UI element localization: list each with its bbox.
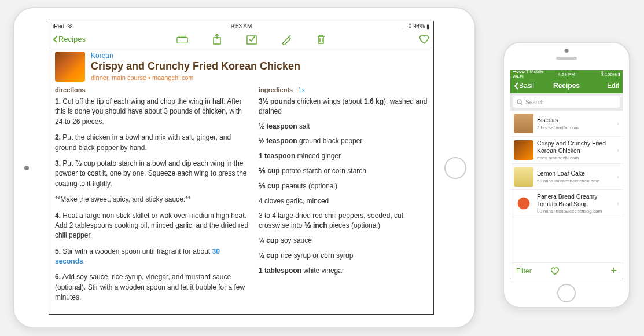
recipe-title: Crispy and Crunchy Fried Korean Chicken	[91, 60, 428, 72]
direction-step: 6. Add soy sauce, rice syrup, vinegar, a…	[55, 272, 249, 302]
recipe-name: Biscuits	[537, 116, 613, 124]
nav-title: Recipes	[549, 82, 584, 90]
recipe-header: Korean Crispy and Crunchy Fried Korean C…	[49, 48, 433, 86]
ingredients-label: ingredients	[259, 86, 293, 93]
ingredient-line: ½ cup rice syrup or corn syrup	[259, 251, 428, 261]
battery-label: 100%	[605, 72, 616, 77]
edit-button[interactable]: Edit	[584, 82, 619, 90]
ingredient-line: 3½ pounds chicken wings (about 1.6 kg), …	[259, 97, 428, 116]
add-button[interactable]: +	[583, 265, 617, 277]
ipad-device: iPad 9:53 AM ⚊ ⁑ 94% ▮ Recipes	[13, 7, 476, 328]
iphone-nav-bar: Basil Recipes Edit	[510, 78, 623, 93]
recipe-row[interactable]: Crispy and Crunchy Fried Korean Chickenn…	[510, 137, 623, 164]
share-icon[interactable]	[211, 34, 223, 45]
edit-icon[interactable]	[281, 34, 292, 45]
recipe-thumbnail	[514, 193, 533, 213]
ingredient-line: ¼ cup soy sauce	[259, 236, 428, 246]
direction-step: 1. Cut off the tip of each wing and chop…	[55, 97, 249, 127]
recipe-image	[55, 52, 85, 82]
ingredient-line: ½ teaspoon salt	[259, 122, 428, 132]
direction-step: 2. Put the chicken in a bowl and mix wit…	[55, 133, 249, 153]
svg-point-3	[517, 100, 521, 104]
recipe-subtitle: 30 mins thenovicechefblog.com	[537, 209, 613, 214]
search-icon	[517, 99, 523, 105]
bluetooth-icon: ⚊ ⁑	[402, 23, 412, 30]
recipe-body: directions 1. Cut off the tip of each wi…	[49, 86, 433, 309]
recipe-row[interactable]: Panera Bread Creamy Tomato Basil Soup30 …	[510, 190, 623, 217]
iphone-status-bar: ••ᴏᴏᴏ T-Mobile Wi-Fi 4:29 PM ⁑ 100% ▮	[510, 70, 623, 78]
ingredients-heading: ingredients 1x	[259, 86, 428, 93]
category-link[interactable]: Korean	[91, 52, 428, 60]
direction-step: 4. Heat a large non-stick skillet or wok…	[55, 211, 249, 241]
recipe-subtitle: none maangchi.com	[537, 155, 613, 160]
favorite-button[interactable]	[418, 34, 430, 45]
recipe-thumbnail	[514, 167, 533, 187]
iphone-speaker	[556, 57, 577, 60]
search-placeholder: Search	[525, 99, 544, 105]
ipad-status-bar: iPad 9:53 AM ⚊ ⁑ 94% ▮	[49, 21, 433, 31]
wifi-icon	[67, 23, 73, 29]
recipe-row[interactable]: Biscuits2 hrs saltandfat.com›	[510, 111, 623, 137]
directions-column: directions 1. Cut off the tip of each wi…	[55, 86, 249, 309]
chevron-right-icon: ›	[617, 147, 619, 154]
iphone-home-button[interactable]	[557, 284, 576, 302]
direction-step: 3. Put ⅔ cup potato starch in a bowl and…	[55, 159, 249, 189]
iphone-screen: ••ᴏᴏᴏ T-Mobile Wi-Fi 4:29 PM ⁑ 100% ▮ Ba…	[510, 70, 623, 279]
svg-rect-0	[177, 37, 187, 43]
cards-icon[interactable]	[176, 34, 188, 45]
ingredient-line: 4 cloves garlic, minced	[259, 196, 428, 206]
ipad-camera	[24, 166, 29, 170]
multiplier-button[interactable]: 1x	[298, 86, 305, 93]
chevron-right-icon: ›	[617, 200, 619, 207]
back-label: Recipes	[58, 35, 86, 43]
recipe-name: Crispy and Crunchy Fried Korean Chicken	[537, 140, 613, 154]
ingredients-column: ingredients 1x 3½ pounds chicken wings (…	[259, 86, 428, 309]
direction-step: 5. Stir with a wooden spoon until fragra…	[55, 247, 249, 267]
trash-icon[interactable]	[315, 34, 327, 45]
chevron-right-icon: ›	[617, 173, 619, 180]
status-time: 4:29 PM	[549, 72, 584, 77]
direction-step: **Make the sweet, spicy, and sticky sauc…	[55, 195, 249, 204]
recipe-name: Panera Bread Creamy Tomato Basil Soup	[537, 193, 613, 207]
recipe-subtitle: 2 hrs saltandfat.com	[537, 125, 613, 130]
search-bar: Search	[510, 93, 623, 111]
recipe-thumbnail	[514, 114, 533, 133]
ipad-screen: iPad 9:53 AM ⚊ ⁑ 94% ▮ Recipes	[49, 21, 434, 315]
ipad-home-button[interactable]	[444, 157, 466, 179]
directions-heading: directions	[55, 86, 249, 93]
battery-icon: ▮	[426, 23, 430, 30]
back-button[interactable]: Basil	[514, 82, 549, 90]
back-button[interactable]: Recipes	[53, 35, 86, 43]
status-time: 9:53 AM	[178, 23, 304, 30]
ingredient-line: ⅓ cup peanuts (optional)	[259, 181, 428, 191]
ingredient-line: 1 teaspoon minced ginger	[259, 151, 428, 161]
ingredient-line: ⅔ cup potato starch or corn starch	[259, 166, 428, 176]
ingredient-line: 3 to 4 large dried red chili peppers, se…	[259, 211, 428, 231]
carrier-label: ••ᴏᴏᴏ	[513, 70, 526, 74]
recipe-row[interactable]: Lemon Loaf Cake50 mins laurainthekitchen…	[510, 164, 623, 190]
iphone-toolbar: Filter +	[510, 262, 623, 279]
checklist-icon[interactable]	[246, 34, 257, 45]
battery-icon: ▮	[617, 72, 620, 77]
chevron-right-icon: ›	[617, 120, 619, 127]
chevron-left-icon	[514, 82, 519, 90]
recipe-tags[interactable]: dinner, main course • maangchi.com	[91, 74, 428, 81]
filter-button[interactable]: Filter	[516, 267, 550, 275]
iphone-camera	[565, 49, 569, 53]
search-input[interactable]: Search	[513, 96, 620, 108]
device-label: iPad	[53, 23, 64, 30]
ipad-nav-bar: Recipes	[49, 31, 433, 48]
back-label: Basil	[519, 82, 534, 90]
battery-label: 94%	[413, 23, 425, 30]
ingredient-line: ½ teaspoon ground black pepper	[259, 136, 428, 146]
recipe-name: Lemon Loaf Cake	[537, 170, 613, 177]
favorites-button[interactable]	[550, 266, 583, 276]
iphone-device: ••ᴏᴏᴏ T-Mobile Wi-Fi 4:29 PM ⁑ 100% ▮ Ba…	[503, 42, 630, 308]
recipe-subtitle: 50 mins laurainthekitchen.com	[537, 178, 613, 184]
ingredient-line: 1 tablespoon white vinegar	[259, 266, 428, 276]
recipe-thumbnail	[514, 140, 533, 160]
recipe-list: Biscuits2 hrs saltandfat.com›Crispy and …	[510, 111, 623, 262]
chevron-left-icon	[53, 35, 58, 43]
